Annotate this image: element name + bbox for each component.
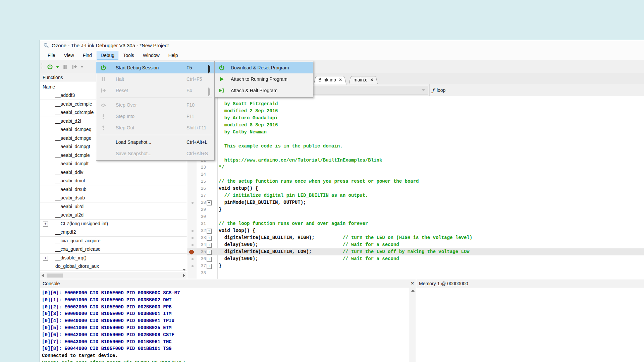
- expand-icon[interactable]: +: [207, 257, 212, 262]
- function-name: __aeabi_d2f: [55, 117, 81, 125]
- function-list-item[interactable]: __aeabi_dcmplt: [40, 160, 187, 168]
- line-number: 36: [197, 255, 206, 262]
- function-list-item[interactable]: __cxa_guard_acquire: [40, 237, 187, 245]
- chevron-down-icon[interactable]: [422, 89, 425, 91]
- menu-item-step-over[interactable]: Step OverF10: [96, 99, 214, 111]
- menubar-item-debug[interactable]: Debug: [97, 51, 118, 60]
- function-list-item[interactable]: __aeabi_ui2d: [40, 202, 187, 211]
- close-icon[interactable]: ×: [339, 77, 342, 82]
- menubar-item-tools[interactable]: Tools: [119, 51, 138, 60]
- start-debug-button[interactable]: [46, 62, 54, 71]
- function-list-item[interactable]: __aeabi_ddiv: [40, 168, 187, 177]
- menu-item-load-snapshot[interactable]: Load Snapshot...Ctrl+Alt+L: [96, 136, 214, 148]
- code-line: 33+ digitalWrite(LED_BUILTIN, HIGH); // …: [187, 234, 644, 241]
- submenu-item-download-reset-program[interactable]: Download & Reset Program: [215, 62, 313, 73]
- expand-icon[interactable]: +: [207, 200, 212, 205]
- function-list-item[interactable]: __aeabi_ul2d: [40, 211, 187, 220]
- instruction-dot-icon[interactable]: [192, 237, 194, 239]
- function-list-item[interactable]: __aeabi_drsub: [40, 185, 187, 194]
- close-icon[interactable]: ×: [411, 281, 414, 286]
- menubar-item-help[interactable]: Help: [164, 51, 182, 60]
- code-text: // the setup function runs once when you…: [219, 178, 419, 185]
- menubar-item-file[interactable]: File: [44, 51, 59, 60]
- halt-button[interactable]: [61, 62, 69, 71]
- menu-item-save-snapshot[interactable]: Save Snapshot...Ctrl+Alt+S: [96, 148, 214, 159]
- menu-item-label: Attach to Running Program: [231, 73, 287, 85]
- expand-icon[interactable]: +: [207, 229, 212, 234]
- console-header: Console ×: [40, 279, 416, 288]
- menubar-item-window[interactable]: Window: [139, 51, 164, 60]
- function-list-item[interactable]: do_global_dtors_aux: [40, 262, 187, 271]
- submenu-item-attach-halt-program[interactable]: Attach & Halt Program: [215, 85, 313, 96]
- memory-panel: Memory 1 @ 00000000: [416, 279, 644, 362]
- function-list-item[interactable]: __aeabi_dsub: [40, 194, 187, 202]
- menu-item-start-debug-session[interactable]: Start Debug SessionF5: [96, 62, 214, 73]
- expand-icon[interactable]: +: [207, 236, 212, 241]
- code-text: pinMode(LED_BUILTIN, OUTPUT);: [219, 199, 306, 206]
- code-line: 38: [187, 269, 644, 277]
- functions-horizontal-scrollbar[interactable]: [40, 272, 187, 279]
- breakpoint-icon[interactable]: [189, 250, 194, 254]
- function-name: __aeabi_dmul: [55, 177, 85, 185]
- function-list-item[interactable]: __aeabi_dmul: [40, 177, 187, 185]
- toolbar-grip[interactable]: [42, 63, 43, 70]
- menu-item-step-into[interactable]: Step IntoF11: [96, 111, 214, 122]
- menubar-item-find[interactable]: Find: [79, 51, 96, 60]
- expand-icon[interactable]: +: [207, 250, 212, 255]
- console-line: Connected to target device.: [42, 352, 118, 359]
- console-scrollbar[interactable]: [410, 288, 416, 362]
- expand-icon[interactable]: +: [43, 222, 48, 227]
- scrollbar-thumb[interactable]: [47, 274, 63, 278]
- code-text: */: [219, 164, 224, 171]
- function-list-item[interactable]: __cmpdf2: [40, 228, 187, 237]
- menubar-item-view[interactable]: View: [60, 51, 78, 60]
- function-name: __cxa_guard_acquire: [55, 237, 101, 245]
- editor-tab-main-c[interactable]: main.c×: [349, 75, 378, 84]
- code-comment: // initialize digital pin LED_BUILTIN as…: [219, 193, 368, 198]
- code-text: void setup() {: [219, 185, 258, 192]
- scroll-up-icon[interactable]: [411, 290, 415, 292]
- function-list-item[interactable]: __cxa_guard_release: [40, 245, 187, 254]
- editor-tab-blink-ino[interactable]: Blink.ino×: [314, 75, 346, 84]
- code-comment: // turn the LED off by making the voltag…: [343, 249, 470, 254]
- scroll-down-icon[interactable]: [182, 269, 186, 271]
- code-line: 23*/: [187, 164, 644, 171]
- instruction-dot-icon[interactable]: [192, 230, 194, 232]
- source-code: }: [219, 263, 221, 268]
- expand-icon[interactable]: +: [207, 264, 212, 269]
- expand-icon[interactable]: +: [207, 243, 212, 248]
- reset-button[interactable]: [70, 62, 79, 71]
- console-output[interactable]: [0][0]: E000E000 CID B105E00D PID 000BB0…: [40, 288, 410, 362]
- expand-icon[interactable]: +: [43, 256, 48, 261]
- function-name: do_global_dtors_aux: [55, 262, 99, 270]
- menu-item-step-out[interactable]: Step OutShift+F11: [96, 122, 214, 133]
- menu-item-reset[interactable]: ResetF4: [96, 85, 214, 96]
- menu-separator: [96, 96, 214, 99]
- submenu-arrow-icon: [208, 89, 210, 95]
- menu-item-halt[interactable]: HaltCtrl+F5: [96, 73, 214, 85]
- source-code: void loop() {: [219, 228, 255, 233]
- function-selector[interactable]: ƒ loop: [432, 84, 445, 96]
- submenu-item-attach-to-running-program[interactable]: Attach to Running Program: [215, 73, 313, 85]
- function-list-item[interactable]: +__disable_irq(): [40, 254, 187, 262]
- line-number: 33: [197, 234, 206, 241]
- menu-item-shortcut: Ctrl+Alt+S: [186, 148, 208, 159]
- scroll-left-icon[interactable]: [42, 274, 44, 277]
- start-debug-dropdown[interactable]: [55, 62, 60, 71]
- memory-grid[interactable]: [416, 288, 644, 362]
- instruction-dot-icon[interactable]: [192, 258, 194, 260]
- scroll-right-icon[interactable]: [183, 274, 185, 277]
- code-line: 22 https://www.arduino.cc/en/Tutorial/Bu…: [187, 157, 644, 164]
- source-code: delay(1000);: [219, 256, 343, 261]
- close-icon[interactable]: ×: [370, 77, 373, 82]
- instruction-dot-icon[interactable]: [192, 202, 194, 204]
- console-line: [0][7]: E0043000 CID B105900D PID 001BB9…: [42, 339, 171, 345]
- code-line: 27 // initialize digital pin LED_BUILTIN…: [187, 192, 644, 199]
- instruction-dot-icon[interactable]: [192, 265, 194, 267]
- function-list-item[interactable]: +__CLZ(long unsigned int): [40, 220, 187, 228]
- instruction-dot-icon[interactable]: [192, 244, 194, 246]
- code-area[interactable]: 14 by Scott Fitzgerald15 modified 2 Sep …: [187, 96, 644, 279]
- console-line: [0][4]: E0040000 CID B105900D PID 000BB9…: [42, 317, 174, 324]
- reset-dropdown[interactable]: [79, 62, 85, 71]
- line-number: 27: [197, 192, 206, 199]
